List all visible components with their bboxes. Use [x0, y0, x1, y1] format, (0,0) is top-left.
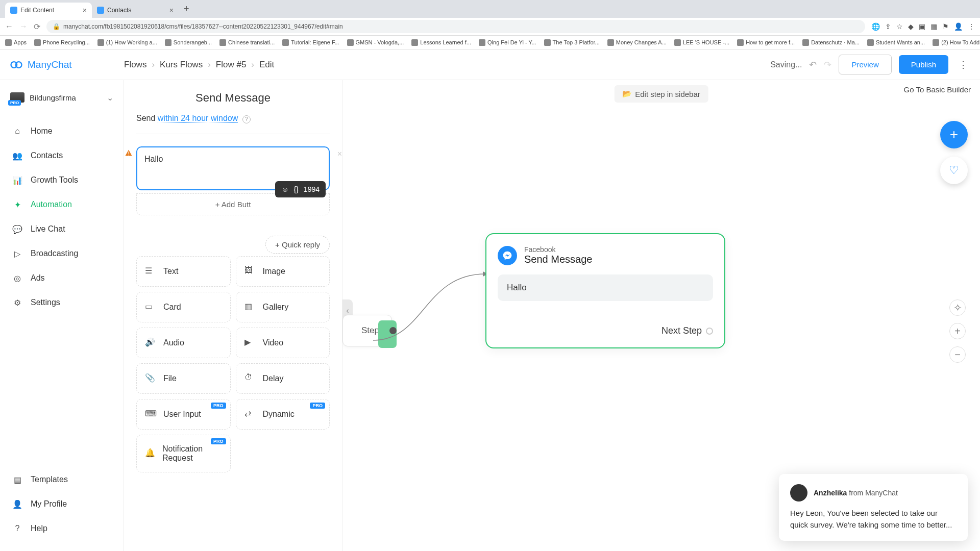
node-label: Step — [361, 325, 379, 335]
lock-icon: 🔒 — [53, 23, 60, 30]
bookmark-item[interactable]: LEE 'S HOUSE -... — [674, 39, 729, 46]
bookmark-label: (2) How To Add A... — [941, 39, 980, 45]
more-icon[interactable]: ⋮ — [955, 59, 971, 70]
extension-icon[interactable]: ▣ — [919, 22, 925, 31]
block-label: Notification Request — [162, 444, 222, 463]
sidebar-item-broadcast[interactable]: ▷Broadcasting — [0, 241, 124, 266]
close-icon[interactable]: × — [169, 6, 174, 14]
back-icon[interactable]: ← — [5, 22, 13, 31]
bookmark-item[interactable]: Student Wants an... — [867, 39, 925, 46]
undo-icon[interactable]: ↶ — [809, 59, 817, 70]
bookmark-item[interactable]: How to get more f... — [737, 39, 795, 46]
zoom-in-icon[interactable]: + — [949, 323, 966, 339]
breadcrumb-item[interactable]: Edit — [259, 60, 274, 70]
block-video[interactable]: ▶Video — [236, 328, 330, 358]
sidebar-item-livechat[interactable]: 💬Live Chat — [0, 217, 124, 241]
sidebar-item-automation[interactable]: ✦Automation — [0, 192, 124, 217]
browser-tab[interactable]: Edit Content × — [5, 3, 92, 18]
block-image[interactable]: 🖼Image — [236, 256, 330, 287]
edit-in-sidebar-button[interactable]: 📂Edit step in sidebar — [614, 85, 708, 103]
next-step-row[interactable]: Next Step — [498, 325, 713, 336]
upstream-step-node[interactable]: Step — [342, 315, 392, 346]
preview-button[interactable]: Preview — [839, 55, 891, 74]
output-port[interactable] — [706, 328, 713, 335]
home-icon: ⌂ — [12, 126, 22, 136]
breadcrumb-item[interactable]: Kurs Flows — [160, 60, 203, 70]
extension-icon[interactable]: ◆ — [908, 22, 914, 31]
url-input[interactable]: 🔒 manychat.com/fb198150208192061­8/cms/f… — [46, 20, 865, 33]
block-text[interactable]: ☰Text — [136, 256, 231, 287]
apps-button[interactable]: Apps — [5, 39, 27, 46]
sidebar-item-templates[interactable]: ▤Templates — [0, 467, 124, 492]
panel-title: Send Message — [136, 80, 330, 114]
block-gallery[interactable]: ▥Gallery — [236, 292, 330, 322]
sidebar-item-profile[interactable]: 👤My Profile — [0, 492, 124, 516]
extension-icon[interactable]: ⚑ — [942, 22, 949, 31]
bookmark-item[interactable]: (2) How To Add A... — [933, 39, 980, 46]
share-icon[interactable]: ⇪ — [885, 22, 891, 31]
chevron-right-icon: › — [251, 60, 254, 70]
sidebar-item-ads[interactable]: ◎Ads — [0, 266, 124, 290]
browser-tab[interactable]: Contacts × — [92, 3, 179, 18]
block-file[interactable]: 📎File — [136, 363, 231, 394]
nav-label: Growth Tools — [31, 176, 78, 185]
block-card[interactable]: ▭Card — [136, 292, 231, 322]
bookmark-item[interactable]: Lessons Learned f... — [411, 39, 471, 46]
bookmark-icon — [479, 39, 485, 46]
auto-layout-icon[interactable]: ✧ — [949, 299, 966, 316]
breadcrumb-item[interactable]: Flow #5 — [216, 60, 247, 70]
bookmark-item[interactable]: Qing Fei De Yi - Y... — [479, 39, 536, 46]
basic-builder-link[interactable]: Go To Basic Builder — [904, 85, 971, 94]
send-window-link[interactable]: within 24 hour window — [158, 114, 238, 123]
bookmark-item[interactable]: Phone Recycling... — [34, 39, 90, 46]
send-message-node[interactable]: Facebook Send Message Hallo Next Step — [485, 233, 725, 348]
support-chat-popup[interactable]: Anzhelika from ManyChat Hey Leon, You've… — [779, 474, 968, 541]
translate-icon[interactable]: 🌐 — [871, 22, 880, 31]
publish-button[interactable]: Publish — [899, 55, 948, 74]
bookmark-item[interactable]: Chinese translati... — [219, 39, 275, 46]
profile-icon[interactable]: 👤 — [954, 22, 963, 31]
quick-reply-button[interactable]: + Quick reply — [265, 236, 330, 254]
url-text: manychat.com/fb198150208192061­8/cms/fil… — [63, 23, 343, 30]
add-step-fab[interactable]: + — [940, 121, 968, 148]
close-icon[interactable]: × — [83, 6, 87, 14]
broadcast-icon: ▷ — [12, 248, 22, 259]
bookmark-item[interactable]: Money Changes A... — [607, 39, 667, 46]
flow-canvas[interactable]: 📂Edit step in sidebar Go To Basic Builde… — [342, 80, 980, 551]
bookmark-item[interactable]: (1) How Working a... — [97, 39, 157, 46]
remove-block-icon[interactable]: × — [337, 149, 342, 159]
breadcrumb-item[interactable]: Flows — [124, 60, 146, 70]
bookmark-item[interactable]: Datenschutz · Ma... — [802, 39, 860, 46]
forward-icon[interactable]: → — [19, 22, 28, 31]
output-port[interactable] — [389, 327, 397, 334]
zoom-out-icon[interactable]: − — [949, 346, 966, 363]
sidebar-item-settings[interactable]: ⚙Settings — [0, 290, 124, 315]
star-icon[interactable]: ☆ — [896, 22, 903, 31]
block-delay[interactable]: ⏱Delay — [236, 363, 330, 394]
help-icon[interactable]: ? — [242, 115, 251, 123]
sidebar-item-growth[interactable]: 📊Growth Tools — [0, 168, 124, 192]
extension-icon[interactable]: ▦ — [930, 22, 937, 31]
emoji-icon[interactable]: ☺ — [281, 185, 288, 193]
menu-icon[interactable]: ⋮ — [968, 22, 975, 31]
block-notification[interactable]: 🔔Notification RequestPRO — [136, 435, 231, 472]
reload-icon[interactable]: ⟳ — [34, 22, 40, 32]
block-user-input[interactable]: ⌨User InputPRO — [136, 399, 231, 430]
bookmark-item[interactable]: Tutorial: Eigene F... — [282, 39, 339, 46]
block-dynamic[interactable]: ⇄DynamicPRO — [236, 399, 330, 430]
sidebar-item-help[interactable]: ?Help — [0, 516, 124, 541]
workspace-selector[interactable]: PRO Bildungsfirma ⌄ — [0, 85, 124, 110]
variable-icon[interactable]: {} — [293, 185, 298, 193]
bookmark-item[interactable]: The Top 3 Platfor... — [544, 39, 600, 46]
bookmark-item[interactable]: Sonderangeb... — [165, 39, 212, 46]
favorite-fab[interactable]: ♡ — [940, 157, 968, 184]
browser-tab-bar: Edit Content × Contacts × + — [0, 0, 980, 18]
bookmark-item[interactable]: GMSN - Vologda,... — [347, 39, 404, 46]
sidebar-item-contacts[interactable]: 👥Contacts — [0, 143, 124, 168]
redo-icon[interactable]: ↷ — [824, 59, 831, 70]
breadcrumb: Flows › Kurs Flows › Flow #5 › Edit — [124, 60, 274, 70]
new-tab-button[interactable]: + — [184, 4, 189, 14]
block-audio[interactable]: 🔊Audio — [136, 328, 231, 358]
brand-logo[interactable]: ManyChat — [9, 58, 124, 72]
sidebar-item-home[interactable]: ⌂Home — [0, 119, 124, 143]
